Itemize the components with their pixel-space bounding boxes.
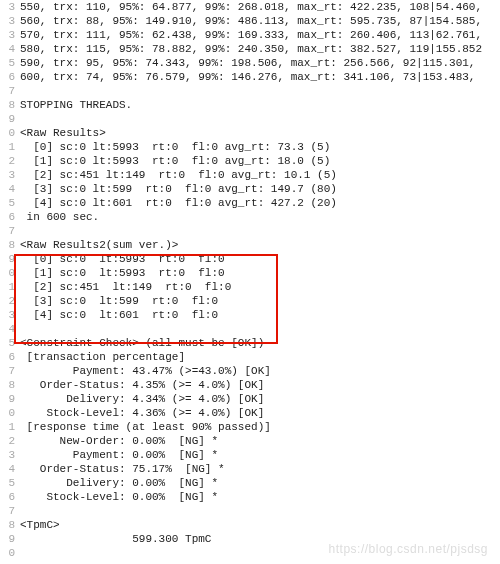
- watermark-text: https://blog.csdn.net/pjsdsg: [329, 542, 488, 556]
- line-number: 1: [0, 280, 15, 294]
- line-number: 9: [0, 112, 15, 126]
- line-number: 6: [0, 70, 15, 84]
- line-number: 3: [0, 28, 15, 42]
- line-number: 3: [0, 308, 15, 322]
- code-line: [3] sc:0 lt:599 rt:0 fl:0 avg_rt: 149.7 …: [20, 182, 500, 196]
- code-line: Order-Status: 4.35% (>= 4.0%) [OK]: [20, 378, 500, 392]
- code-line: [3] sc:0 lt:599 rt:0 fl:0: [20, 294, 500, 308]
- code-line: <Constraint Check> (all must be [OK]): [20, 336, 500, 350]
- code-line: New-Order: 0.00% [NG] *: [20, 434, 500, 448]
- code-line: <Raw Results>: [20, 126, 500, 140]
- line-number: 4: [0, 322, 15, 336]
- code-line: [0] sc:0 lt:5993 rt:0 fl:0: [20, 252, 500, 266]
- line-number: 4: [0, 462, 15, 476]
- code-line: [0] sc:0 lt:5993 rt:0 fl:0 avg_rt: 73.3 …: [20, 140, 500, 154]
- line-number: 2: [0, 154, 15, 168]
- code-line: [1] sc:0 lt:5993 rt:0 fl:0 avg_rt: 18.0 …: [20, 154, 500, 168]
- code-line: Stock-Level: 0.00% [NG] *: [20, 490, 500, 504]
- code-line: <TpmC>: [20, 518, 500, 532]
- code-line: [2] sc:451 lt:149 rt:0 fl:0 avg_rt: 10.1…: [20, 168, 500, 182]
- line-number: 8: [0, 238, 15, 252]
- line-number: 9: [0, 252, 15, 266]
- line-number: 4: [0, 42, 15, 56]
- line-number: 5: [0, 476, 15, 490]
- code-line: <Raw Results2(sum ver.)>: [20, 238, 500, 252]
- line-number: 5: [0, 336, 15, 350]
- code-line: Payment: 43.47% (>=43.0%) [OK]: [20, 364, 500, 378]
- code-line: [response time (at least 90% passed)]: [20, 420, 500, 434]
- line-number: 9: [0, 392, 15, 406]
- line-number: 4: [0, 182, 15, 196]
- code-line: [20, 224, 500, 238]
- line-number: 9: [0, 532, 15, 546]
- line-number: 8: [0, 518, 15, 532]
- code-line: [1] sc:0 lt:5993 rt:0 fl:0: [20, 266, 500, 280]
- line-number: 3: [0, 0, 15, 14]
- line-number: 0: [0, 126, 15, 140]
- line-number: 7: [0, 504, 15, 518]
- code-line: 550, trx: 110, 95%: 64.877, 99%: 268.018…: [20, 0, 500, 14]
- code-line: 580, trx: 115, 95%: 78.882, 99%: 240.350…: [20, 42, 500, 56]
- line-number: 1: [0, 140, 15, 154]
- line-number: 8: [0, 378, 15, 392]
- code-line: 570, trx: 111, 95%: 62.438, 99%: 169.333…: [20, 28, 500, 42]
- line-number: 3: [0, 448, 15, 462]
- line-number: 0: [0, 546, 15, 560]
- line-number: 0: [0, 406, 15, 420]
- code-line: 590, trx: 95, 95%: 74.343, 99%: 198.506,…: [20, 56, 500, 70]
- code-line: 600, trx: 74, 95%: 76.579, 99%: 146.276,…: [20, 70, 500, 84]
- line-number: 3: [0, 14, 15, 28]
- line-number: 0: [0, 266, 15, 280]
- line-number: 5: [0, 196, 15, 210]
- code-line: [20, 84, 500, 98]
- code-line: [2] sc:451 lt:149 rt:0 fl:0: [20, 280, 500, 294]
- code-line: Delivery: 0.00% [NG] *: [20, 476, 500, 490]
- line-number: 2: [0, 434, 15, 448]
- code-output: 550, trx: 110, 95%: 64.877, 99%: 268.018…: [20, 0, 500, 560]
- line-number: 6: [0, 350, 15, 364]
- code-line: [4] sc:0 lt:601 rt:0 fl:0 avg_rt: 427.2 …: [20, 196, 500, 210]
- code-line: Stock-Level: 4.36% (>= 4.0%) [OK]: [20, 406, 500, 420]
- code-line: Order-Status: 75.17% [NG] *: [20, 462, 500, 476]
- code-line: [transaction percentage]: [20, 350, 500, 364]
- code-line: [4] sc:0 lt:601 rt:0 fl:0: [20, 308, 500, 322]
- line-number: 6: [0, 210, 15, 224]
- code-line: [20, 322, 500, 336]
- line-number: 3: [0, 168, 15, 182]
- line-number: 7: [0, 364, 15, 378]
- line-number: 2: [0, 294, 15, 308]
- line-number: 5: [0, 56, 15, 70]
- code-line: Payment: 0.00% [NG] *: [20, 448, 500, 462]
- code-line: [20, 504, 500, 518]
- code-line: in 600 sec.: [20, 210, 500, 224]
- line-number: 6: [0, 490, 15, 504]
- line-number-gutter: 3334567890123456789012345678901234567890: [0, 0, 18, 564]
- line-number: 8: [0, 98, 15, 112]
- code-line: [20, 112, 500, 126]
- line-number: 7: [0, 84, 15, 98]
- code-line: 560, trx: 88, 95%: 149.910, 99%: 486.113…: [20, 14, 500, 28]
- code-line: Delivery: 4.34% (>= 4.0%) [OK]: [20, 392, 500, 406]
- line-number: 1: [0, 420, 15, 434]
- code-line: STOPPING THREADS.: [20, 98, 500, 112]
- line-number: 7: [0, 224, 15, 238]
